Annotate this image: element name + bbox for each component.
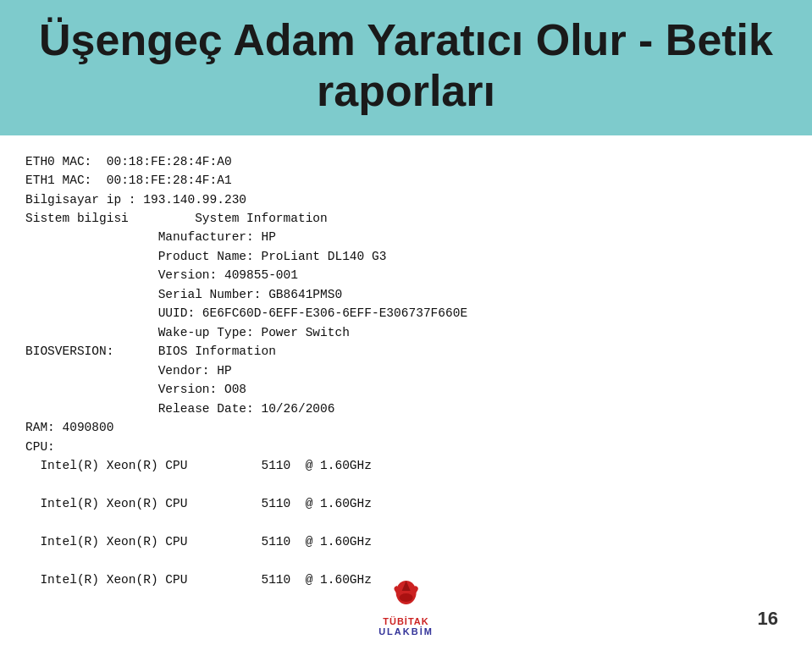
eth1-mac-label: ETH1 MAC: — [25, 174, 91, 187]
cpu-line-4: Intel(R) Xeon(R) CPU 5110 @ 1.60GHz — [25, 573, 372, 587]
eth1-mac-value: 00:18:FE:28:4F:A1 — [107, 174, 232, 187]
tubitak-logo-icon — [385, 574, 428, 616]
eth0-mac-value: 00:18:FE:28:4F:A0 — [107, 155, 232, 168]
logo-area: TÜBİTAK ULAKBİM — [378, 574, 434, 637]
eth0-mac-label: ETH0 MAC: — [25, 155, 91, 168]
header-line2: raporları — [317, 66, 495, 115]
system-info-text: ETH0 MAC: 00:18:FE:28:4F:A0 ETH1 MAC: 00… — [25, 152, 787, 609]
page-number: 16 — [758, 608, 778, 630]
logo-line2: ULAKBİM — [378, 626, 434, 637]
ip-label: Bilgisayar ip : — [25, 193, 136, 207]
content-area: ETH0 MAC: 00:18:FE:28:4F:A0 ETH1 MAC: 00… — [0, 135, 812, 617]
logo-line1: TÜBİTAK — [383, 616, 428, 626]
system-info-block: System Information Manufacturer: HP Prod… — [25, 212, 467, 454]
svg-point-2 — [400, 593, 413, 602]
cpu-line-2: Intel(R) Xeon(R) CPU 5110 @ 1.60GHz — [25, 497, 372, 510]
cpu-line-3: Intel(R) Xeon(R) CPU 5110 @ 1.60GHz — [25, 535, 372, 549]
ip-value: 193.140.99.230 — [143, 193, 246, 207]
header-line1: Üşengeç Adam Yaratıcı Olur - Betik — [39, 15, 773, 64]
header-title: Üşengeç Adam Yaratıcı Olur - Betik rapor… — [17, 15, 795, 117]
sistem-label: Sistem bilgisi — [25, 212, 129, 225]
header-banner: Üşengeç Adam Yaratıcı Olur - Betik rapor… — [0, 0, 812, 135]
cpu-line-1: Intel(R) Xeon(R) CPU 5110 @ 1.60GHz — [25, 459, 372, 472]
